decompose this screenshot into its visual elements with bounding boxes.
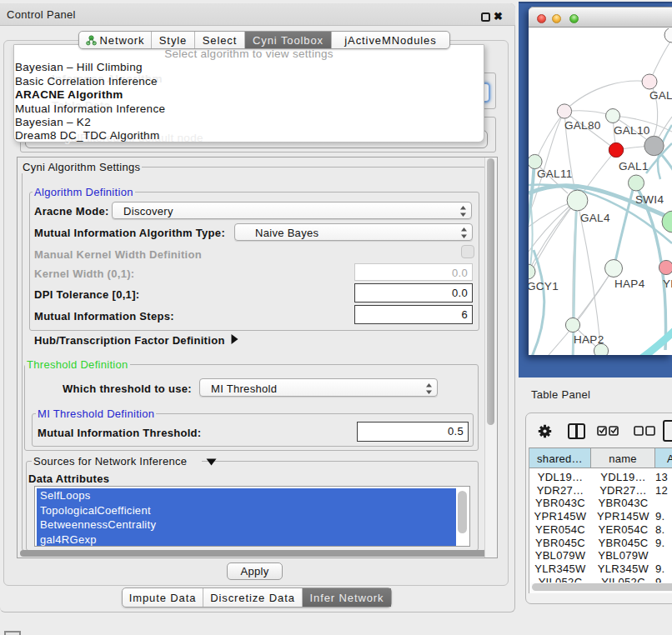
svg-text:HAP2: HAP2: [574, 333, 604, 346]
svg-text:GAL1: GAL1: [619, 160, 649, 172]
svg-text:GAL10: GAL10: [614, 124, 650, 137]
svg-text:GAL4: GAL4: [580, 212, 610, 224]
svg-text:GAL11: GAL11: [537, 168, 573, 180]
svg-text:HAP4: HAP4: [614, 278, 645, 290]
svg-text:YE: YE: [663, 278, 672, 290]
svg-text:GCY1: GCY1: [529, 280, 559, 292]
svg-text:SWI4: SWI4: [635, 193, 664, 206]
svg-text:GAL80: GAL80: [564, 119, 601, 132]
svg-text:GAL7: GAL7: [649, 89, 672, 102]
